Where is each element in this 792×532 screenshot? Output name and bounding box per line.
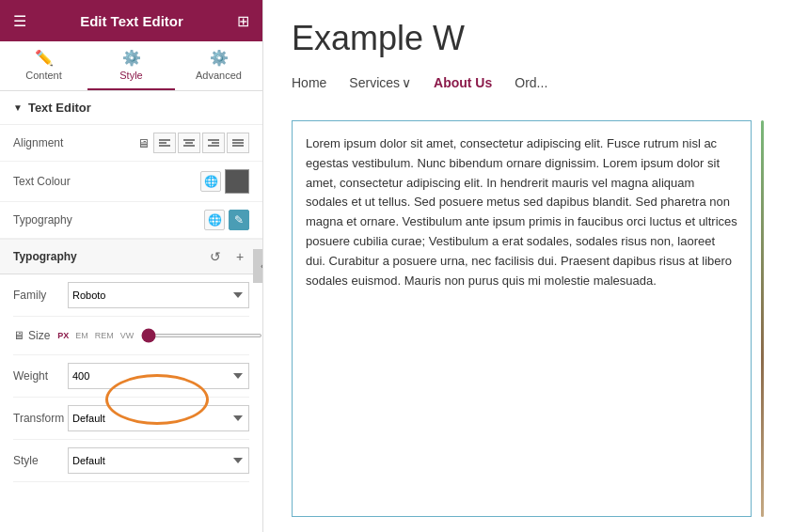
typography-subheader: Typography ↺ + [0,239,262,274]
tab-content-label: Content [25,70,62,81]
nav-services-label: Services [349,75,400,90]
typography-controls: 🌐 ✎ [204,210,249,230]
style-icon: ⚙️ [122,49,141,67]
hamburger-icon[interactable]: ☰ [13,12,26,30]
size-monitor-icon: 🖥 [13,329,24,342]
colour-swatch[interactable] [225,169,249,194]
typography-row: Typography 🌐 ✎ [0,202,262,239]
unit-px[interactable]: PX [55,330,71,341]
typography-section-label: Typography [13,250,77,263]
website-header: Example W Home Services ∨ About Us Ord..… [263,0,792,105]
right-panel: Example W Home Services ∨ About Us Ord..… [263,0,792,532]
alignment-row: Alignment 🖥 [0,125,262,162]
size-slider[interactable] [141,334,262,337]
transform-row: Transform Default Uppercase Lowercase Ca… [13,398,249,440]
nav-services[interactable]: Services ∨ [349,75,411,90]
transform-select[interactable]: Default Uppercase Lowercase Capitalize [68,405,249,431]
align-center-btn[interactable] [178,133,200,153]
weight-label: Weight [13,369,62,383]
transform-label: Transform [13,412,62,425]
typography-globe-btn[interactable]: 🌐 [204,210,225,230]
family-label: Family [13,289,62,302]
content-icon: ✏️ [35,49,54,67]
size-row: 🖥 Size PX EM REM VW ▲ ▼ [13,317,249,355]
family-row: Family Roboto Arial Open Sans Lato [13,274,249,317]
panel-content: ▼ Text Editor Alignment 🖥 [0,91,262,532]
typography-actions: ↺ + [206,247,249,266]
text-colour-label: Text Colour [13,175,200,188]
tab-style-label: Style [119,70,142,81]
website-nav: Home Services ∨ About Us Ord... [292,70,764,96]
grid-icon[interactable]: ⊞ [237,12,249,30]
size-label-group: 🖥 Size [13,329,50,342]
style-label: Style [13,454,62,467]
typography-inner-form: Family Roboto Arial Open Sans Lato 🖥 Siz… [0,274,262,482]
tab-content[interactable]: ✏️ Content [0,41,87,90]
left-panel: ☰ Edit Text Editor ⊞ ✏️ Content ⚙️ Style… [0,0,263,532]
unit-vw[interactable]: VW [119,330,136,341]
text-editor-section-header: ▼ Text Editor [0,91,262,125]
section-label: Text Editor [28,101,91,115]
panel-header: ☰ Edit Text Editor ⊞ [0,0,262,41]
website-content: Lorem ipsum dolor sit amet, consectetur … [263,105,792,532]
unit-tabs: PX EM REM VW [55,330,135,341]
color-controls: 🌐 [200,169,249,194]
tab-style[interactable]: ⚙️ Style [87,41,175,90]
family-select[interactable]: Roboto Arial Open Sans Lato [68,282,249,308]
text-colour-row: Text Colour 🌐 [0,162,262,202]
size-label: Size [28,329,50,342]
nav-about-us[interactable]: About Us [434,75,492,90]
lorem-text: Lorem ipsum dolor sit amet, consectetur … [306,136,737,288]
nav-ord[interactable]: Ord... [515,75,547,90]
typography-reset-btn[interactable]: ↺ [206,247,225,266]
align-right-btn[interactable] [202,133,225,153]
style-row: Style Default Normal Italic Oblique [13,440,249,482]
unit-em[interactable]: EM [73,330,90,341]
advanced-icon: ⚙️ [210,49,229,67]
weight-select[interactable]: 100 200 300 400 500 600 700 [68,363,249,389]
website-title: Example W [292,19,764,58]
align-justify-btn[interactable] [227,133,249,153]
nav-services-arrow: ∨ [402,75,411,90]
nav-home[interactable]: Home [292,75,326,90]
monitor-icon: 🖥 [137,136,150,150]
style-select[interactable]: Default Normal Italic Oblique [68,447,249,474]
section-chevron[interactable]: ▼ [13,102,23,113]
unit-rem[interactable]: REM [93,330,116,341]
colour-globe-btn[interactable]: 🌐 [200,171,221,192]
align-btn-group [153,133,249,153]
website-preview: Example W Home Services ∨ About Us Ord..… [263,0,792,532]
typography-label: Typography [13,213,204,227]
weight-row: Weight 100 200 300 400 500 600 700 [13,355,249,398]
tab-advanced-label: Advanced [196,70,242,81]
align-left-btn[interactable] [153,133,176,153]
image-strip [761,120,764,517]
tab-advanced[interactable]: ⚙️ Advanced [175,41,262,90]
alignment-label: Alignment [13,136,137,149]
alignment-controls: 🖥 [137,133,249,153]
text-box[interactable]: Lorem ipsum dolor sit amet, consectetur … [292,120,752,517]
size-slider-group: ▲ ▼ [141,322,262,349]
typography-add-btn[interactable]: + [230,247,249,266]
panel-collapse-arrow[interactable]: ‹ [253,249,263,283]
typography-edit-btn[interactable]: ✎ [229,210,249,230]
panel-title: Edit Text Editor [80,13,183,29]
tabs: ✏️ Content ⚙️ Style ⚙️ Advanced [0,41,262,91]
